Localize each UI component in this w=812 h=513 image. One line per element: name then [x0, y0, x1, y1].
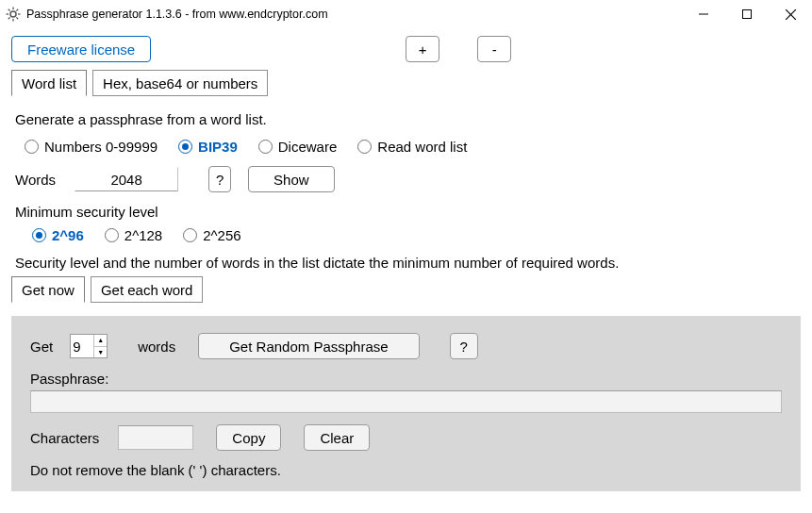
svg-line-6 [16, 17, 18, 19]
characters-label: Characters [30, 430, 99, 446]
radio-sec-96-label: 2^96 [52, 227, 84, 243]
minimize-button[interactable] [682, 0, 725, 28]
lower-tabs: Get now Get each word [11, 276, 801, 303]
license-button[interactable]: Freeware license [11, 36, 151, 62]
svg-rect-10 [743, 10, 752, 19]
tab-hex-base64-numbers[interactable]: Hex, base64 or numbers [92, 70, 268, 96]
maximize-button[interactable] [725, 0, 769, 28]
tab-word-list[interactable]: Word list [11, 70, 87, 96]
increase-button[interactable]: + [406, 36, 439, 62]
svg-line-5 [8, 9, 10, 11]
wordlist-heading: Generate a passphrase from a word list. [15, 111, 797, 127]
characters-output [118, 425, 193, 450]
radio-bip39[interactable]: BIP39 [178, 139, 238, 155]
radio-diceware[interactable]: Diceware [258, 139, 338, 155]
radio-read-wordlist-label: Read word list [377, 139, 467, 155]
radio-sec-256-label: 2^256 [203, 227, 240, 243]
wordlist-section: Generate a passphrase from a word list. … [15, 111, 797, 271]
radio-numbers-label: Numbers 0-99999 [44, 139, 157, 155]
radio-sec-96[interactable]: 2^96 [32, 227, 84, 243]
radio-bip39-label: BIP39 [198, 139, 238, 155]
radio-diceware-label: Diceware [278, 139, 338, 155]
decrease-button[interactable]: - [477, 36, 511, 62]
main-tabs: Word list Hex, base64 or numbers [11, 70, 801, 96]
radio-numbers[interactable]: Numbers 0-99999 [25, 139, 157, 155]
tab-get-now[interactable]: Get now [11, 276, 85, 303]
close-button[interactable] [769, 0, 812, 28]
title-bar: Passphrase generator 1.1.3.6 - from www.… [0, 0, 812, 28]
app-icon [6, 7, 21, 22]
svg-line-7 [8, 17, 10, 19]
copy-button[interactable]: Copy [216, 424, 281, 451]
svg-line-8 [16, 9, 18, 11]
blank-characters-note: Do not remove the blank (' ') characters… [30, 462, 782, 478]
get-random-passphrase-button[interactable]: Get Random Passphrase [198, 333, 419, 359]
words-label: Words [15, 172, 56, 188]
word-count-input[interactable] [71, 335, 93, 357]
svg-point-0 [10, 11, 16, 17]
passphrase-help-button[interactable]: ? [450, 333, 478, 359]
passphrase-label: Passphrase: [30, 371, 782, 387]
window-title: Passphrase generator 1.1.3.6 - from www.… [26, 8, 328, 21]
stepper-up-icon[interactable]: ▲ [93, 335, 107, 347]
show-button[interactable]: Show [248, 166, 335, 192]
words-help-button[interactable]: ? [208, 166, 231, 192]
security-explain-text: Security level and the number of words i… [15, 255, 797, 271]
clear-button[interactable]: Clear [304, 424, 370, 451]
passphrase-output[interactable] [30, 390, 782, 413]
tab-get-each-word[interactable]: Get each word [91, 276, 204, 303]
get-label-pre: Get [30, 339, 53, 355]
radio-sec-128-label: 2^128 [124, 227, 162, 243]
radio-sec-256[interactable]: 2^256 [183, 227, 240, 243]
radio-sec-128[interactable]: 2^128 [105, 227, 162, 243]
word-count-stepper[interactable]: ▲ ▼ [70, 334, 108, 358]
radio-read-wordlist[interactable]: Read word list [357, 139, 467, 155]
get-now-panel: Get ▲ ▼ words Get Random Passphrase ? Pa… [11, 316, 801, 491]
get-label-post: words [138, 339, 175, 355]
words-count-field[interactable] [75, 167, 178, 191]
stepper-down-icon[interactable]: ▼ [93, 347, 107, 358]
min-security-label: Minimum security level [15, 204, 797, 220]
